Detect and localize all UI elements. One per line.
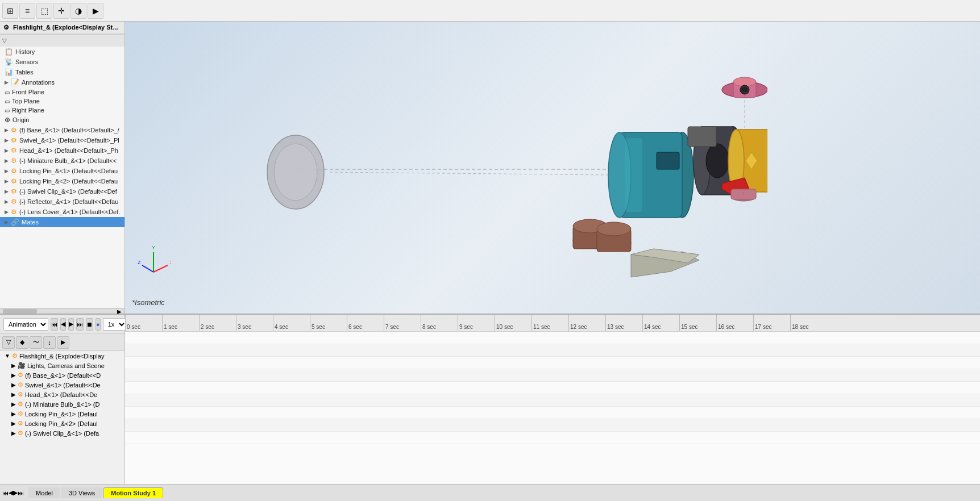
sidebar-item-swivel-clip[interactable]: ▶ ⚙ (-) Swivel Clip_&<1> (Default<<Def [0, 186, 124, 197]
toolbar-grid-btn[interactable]: ⊞ [2, 3, 18, 19]
sidebar-item-swivel[interactable]: ▶ ⚙ Swivel_&<1> (Default<<Default>_Pl [0, 135, 124, 145]
tl-head-label: Head_&<1> (Default<<De [25, 391, 97, 398]
toolbar-list-btn[interactable]: ≡ [19, 3, 35, 19]
history-icon: 📋 [5, 48, 13, 56]
tl-item-bulb[interactable]: ▶ ⚙ (-) Miniature Bulb_&<1> (D [0, 399, 124, 409]
tl-collapse-btn[interactable]: ▶ [57, 336, 69, 349]
ruler-6sec: 6 sec [347, 315, 384, 331]
tl-pin1-expand[interactable]: ▶ [11, 411, 16, 417]
prev-keyframe-btn[interactable]: ⏮ [51, 318, 58, 331]
ruler-5sec: 5 sec [310, 315, 347, 331]
toolbar-color-btn[interactable]: ◑ [70, 3, 86, 19]
timeline-ruler: 0 sec 1 sec 2 sec 3 sec 4 sec 5 sec 6 se… [125, 315, 827, 331]
sidebar-item-annotations[interactable]: ▶ 📝 Annotations [0, 77, 124, 87]
tl-base-icon: ⚙ [18, 371, 23, 379]
tab-model[interactable]: Model [28, 487, 60, 498]
next-keyframe-btn[interactable]: ⏭ [76, 318, 84, 331]
sidebar-item-pin2[interactable]: ▶ ⚙ Locking Pin_&<2> (Default<<Defau [0, 176, 124, 186]
next-tab-btn[interactable]: ▶ [13, 489, 18, 496]
ruler-18sec-label: 18 sec [792, 324, 808, 330]
speed-select[interactable]: 1x [103, 318, 127, 331]
tl-tool1-btn[interactable]: ↕ [43, 336, 56, 349]
sidebar-expand-btn[interactable]: ▶ [115, 308, 123, 314]
tl-filter-btn[interactable]: ▽ [2, 336, 15, 349]
sidebar-item-origin[interactable]: ⊕ Origin [0, 115, 124, 125]
timeline-content[interactable] [125, 332, 980, 484]
prev-tab-btn[interactable]: ◀ [9, 489, 13, 496]
sidebar-item-tables[interactable]: 📊 Tables [0, 67, 124, 77]
tl-bulb-expand[interactable]: ▶ [11, 401, 16, 407]
toolbar-more-btn[interactable]: ▶ [88, 3, 103, 19]
tl-keyframe-btn[interactable]: ◆ [16, 336, 28, 349]
tl-pin2-expand[interactable]: ▶ [11, 420, 16, 427]
sidebar-item-base[interactable]: ▶ ⚙ (f) Base_&<1> (Default<<Default>_/ [0, 125, 124, 135]
tl-base-expand[interactable]: ▶ [11, 372, 16, 378]
reflector-arrow: ▶ [5, 199, 9, 204]
toolbar-target-btn[interactable]: ✛ [53, 3, 69, 19]
tl-lights-expand[interactable]: ▶ [11, 362, 16, 369]
sidebar-item-pin1-label: Locking Pin_&<1> (Default<<Defau [19, 168, 118, 174]
next-page-btn[interactable]: ⏭ [18, 490, 24, 496]
bottom-tab-bar: ⏮ ◀ ▶ ⏭ Model 3D Views Motion Study 1 [0, 484, 980, 501]
tab-3d-views[interactable]: 3D Views [61, 487, 102, 498]
sidebar-item-right-plane[interactable]: ▭ Right Plane [0, 106, 124, 115]
play-btn[interactable]: ▶ [68, 318, 74, 331]
tl-head-expand[interactable]: ▶ [11, 391, 16, 398]
tl-item-root[interactable]: ▼ ⚙ Flashlight_& (Explode<Display [0, 351, 124, 361]
tl-swivel-icon: ⚙ [18, 381, 23, 389]
tab-motion-study[interactable]: Motion Study 1 [103, 487, 163, 498]
animation-mode-dropdown[interactable]: Animation [3, 318, 48, 331]
toolbar-copy-btn[interactable]: ⬚ [36, 3, 52, 19]
ruler-2sec-label: 2 sec [201, 324, 214, 330]
sidebar-hscrollbar[interactable]: ▶ [0, 308, 124, 314]
mates-arrow: ▶ [5, 219, 9, 225]
tl-item-base[interactable]: ▶ ⚙ (f) Base_&<1> (Default<<D [0, 370, 124, 380]
sidebar-item-head[interactable]: ▶ ⚙ Head_&<1> (Default<<Default>_Ph [0, 145, 124, 156]
front-plane-icon: ▭ [5, 89, 10, 95]
tl-item-pin2[interactable]: ▶ ⚙ Locking Pin_&<2> (Defaul [0, 419, 124, 428]
timeline-row-0 [125, 332, 980, 344]
record-btn[interactable]: ● [95, 318, 101, 331]
rewind-btn[interactable]: ◀ [60, 318, 66, 331]
sidebar-item-history[interactable]: 📋 History [0, 47, 124, 57]
tables-icon: 📊 [5, 68, 13, 76]
timeline-left-panel: Animation ⏮ ◀ ▶ ⏭ ⏹ ● 1x ◀ ▶ 💾 ⚙ ⚙ ▽ [0, 315, 125, 484]
sidebar-item-head-label: Head_&<1> (Default<<Default>_Ph [19, 147, 118, 154]
base-icon: ⚙ [11, 126, 17, 134]
sidebar-item-top-plane[interactable]: ▭ Top Plane [0, 97, 124, 106]
timeline-row-1 [125, 344, 980, 357]
tl-swivel-expand[interactable]: ▶ [11, 382, 16, 388]
timeline-rows [125, 332, 980, 444]
sidebar-item-bulb[interactable]: ▶ ⚙ (-) Miniature Bulb_&<1> (Default<< [0, 156, 124, 166]
ruler-5sec-label: 5 sec [312, 324, 325, 330]
filter-icon[interactable]: ▽ [2, 37, 7, 44]
tl-root-expand[interactable]: ▼ [5, 353, 10, 359]
prev-page-btn[interactable]: ⏮ [2, 490, 9, 496]
tl-item-head[interactable]: ▶ ⚙ Head_&<1> (Default<<De [0, 390, 124, 399]
stop-btn[interactable]: ⏹ [86, 318, 93, 331]
tl-root-icon: ⚙ [12, 352, 18, 360]
sidebar-item-lens-cover[interactable]: ▶ ⚙ (-) Lens Cover_&<1> (Default<<Def. [0, 207, 124, 217]
timeline-right-panel: 0 sec 1 sec 2 sec 3 sec 4 sec 5 sec 6 se… [125, 315, 980, 484]
tl-item-lights[interactable]: ▶ 🎥 Lights, Cameras and Scene [0, 361, 124, 370]
sidebar-item-mates[interactable]: ▶ 🔗 Mates [0, 217, 124, 227]
tl-curve-btn[interactable]: 〜 [30, 336, 42, 349]
origin-icon: ⊕ [5, 116, 10, 124]
swivel-icon: ⚙ [11, 136, 17, 144]
feature-tree-scroll[interactable]: 📋 History 📡 Sensors 📊 Tables ▶ 📝 An [0, 47, 124, 308]
timeline-tree[interactable]: ▼ ⚙ Flashlight_& (Explode<Display ▶ 🎥 Li… [0, 351, 124, 484]
sidebar-item-reflector[interactable]: ▶ ⚙ (-) Reflector_&<1> (Default<<Defau [0, 197, 124, 207]
3d-viewport[interactable]: Y X Z *Isometric [125, 22, 980, 314]
tl-item-swivel[interactable]: ▶ ⚙ Swivel_&<1> (Default<<De [0, 380, 124, 390]
sidebar-item-pin1[interactable]: ▶ ⚙ Locking Pin_&<1> (Default<<Defau [0, 166, 124, 176]
tl-pin1-icon: ⚙ [18, 410, 23, 418]
tl-swivel-clip-expand[interactable]: ▶ [11, 430, 16, 436]
sidebar-item-front-plane[interactable]: ▭ Front Plane [0, 87, 124, 97]
tl-item-swivel-clip[interactable]: ▶ ⚙ (-) Swivel Clip_&<1> (Defa [0, 428, 124, 438]
tl-item-pin1[interactable]: ▶ ⚙ Locking Pin_&<1> (Defaul [0, 409, 124, 419]
lens-arrow: ▶ [5, 209, 9, 215]
ruler-14sec: 14 sec [642, 315, 679, 331]
ruler-11sec-label: 11 sec [533, 324, 550, 330]
swivel-clip-icon: ⚙ [11, 187, 17, 195]
sidebar-item-sensors[interactable]: 📡 Sensors [0, 57, 124, 67]
